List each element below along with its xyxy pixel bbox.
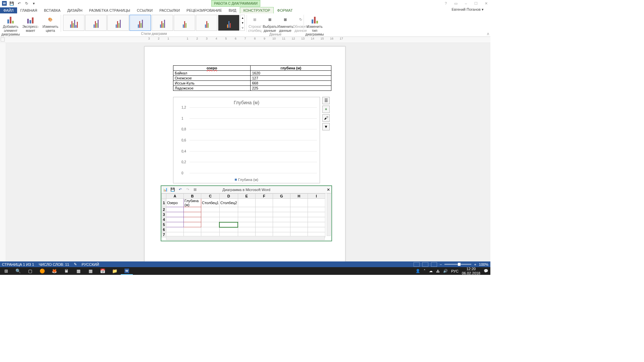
tab-constructor[interactable]: КОНСТРУКТОР	[240, 7, 274, 13]
taskbar-word-icon[interactable]: W	[121, 267, 133, 275]
ds-cell[interactable]	[308, 199, 325, 207]
ds-scrollbar-horizontal[interactable]	[166, 236, 325, 240]
ds-cell[interactable]: Озеро	[166, 199, 184, 207]
ds-save-icon[interactable]: 💾	[170, 187, 175, 192]
ds-cell[interactable]: Столбец2	[219, 199, 238, 207]
change-chart-type-button[interactable]: Изменить тип диаграммы	[305, 14, 324, 37]
ds-col-D[interactable]: D	[219, 194, 238, 199]
ds-col-C[interactable]: C	[201, 194, 220, 199]
status-words[interactable]: ЧИСЛО СЛОВ: 11	[39, 262, 69, 266]
document-page[interactable]: озероглубина (м) Байкал1620 Онежское127 …	[144, 46, 345, 265]
lakes-table[interactable]: озероглубина (м) Байкал1620 Онежское127 …	[173, 65, 331, 91]
zoom-in-icon[interactable]: +	[474, 262, 476, 266]
ds-edit-excel-icon[interactable]: ⊞	[192, 187, 198, 192]
start-button[interactable]: ⊞	[0, 267, 12, 275]
ds-cell[interactable]	[255, 199, 273, 207]
ruler-tab-selector[interactable]	[1, 38, 5, 42]
taskbar-app-icon[interactable]: ▦	[72, 267, 85, 275]
ds-col-H[interactable]: H	[290, 194, 308, 199]
chart-area[interactable]: Глубина (м) 1,2 1 0,8 0,6 0,4 0,2 0 Глуб…	[173, 97, 320, 183]
collapse-ribbon-icon[interactable]: ᐱ	[487, 33, 489, 36]
tab-review[interactable]: РЕЦЕНЗИРОВАНИЕ	[183, 7, 225, 13]
ruler-vertical[interactable]	[0, 43, 6, 265]
chart-plot-area[interactable]: 1,2 1 0,8 0,6 0,4 0,2 0	[190, 107, 317, 173]
tray-onedrive-icon[interactable]: ☁	[429, 269, 433, 273]
chart-style-1[interactable]	[63, 15, 85, 31]
qat-customize-icon[interactable]: ▾	[31, 0, 37, 6]
ds-cell[interactable]: Глубина (м)	[184, 199, 201, 207]
tray-people-icon[interactable]: 👤	[416, 269, 420, 273]
edit-data-button[interactable]: ⊞Изменить данные	[278, 14, 292, 33]
tray-volume-icon[interactable]: 🔊	[443, 269, 448, 273]
tray-notifications-icon[interactable]: 💬	[484, 269, 488, 273]
ds-select-all[interactable]	[162, 194, 166, 199]
status-proofing-icon[interactable]: ✎	[74, 262, 77, 266]
undo-icon[interactable]: ↶	[16, 0, 22, 6]
chart-data-editor[interactable]: 📊 💾 ↶ ↷ ⊞ Диаграмма в Microsoft Word ✕ A…	[161, 185, 332, 241]
chart-styles-gallery[interactable]: ▴▾▿	[62, 14, 246, 32]
tab-page-layout[interactable]: РАЗМЕТКА СТРАНИЦЫ	[86, 7, 133, 13]
tab-home[interactable]: ГЛАВНАЯ	[17, 7, 41, 13]
tab-mailings[interactable]: РАССЫЛКИ	[156, 7, 183, 13]
taskbar-calendar-icon[interactable]: 📅	[97, 267, 109, 275]
ribbon-options-icon[interactable]: ▭	[452, 0, 460, 6]
chart-title[interactable]: Глубина (м)	[173, 97, 320, 108]
ds-active-cell[interactable]	[219, 222, 238, 227]
chart-layout-options-icon[interactable]: ☰	[322, 97, 330, 104]
chart-style-5[interactable]	[152, 15, 173, 31]
tab-file[interactable]: ФАЙЛ	[0, 7, 17, 13]
add-chart-element-button[interactable]: Добавить элемент диаграммы	[1, 14, 20, 37]
ds-row-1[interactable]: 1	[162, 199, 166, 207]
chart-filters-icon[interactable]: ▼	[322, 123, 330, 130]
chart-style-6[interactable]	[174, 15, 195, 31]
tab-view[interactable]: ВИД	[225, 7, 240, 13]
chart-style-2[interactable]	[85, 15, 107, 31]
ds-scrollbar-vertical[interactable]	[327, 193, 331, 236]
chart-style-4[interactable]	[129, 15, 151, 31]
status-language[interactable]: РУССКИЙ	[82, 262, 99, 266]
ds-cell[interactable]	[273, 199, 290, 207]
taskbar-calculator-icon[interactable]: 🖩	[60, 267, 72, 275]
help-icon[interactable]: ?	[442, 0, 449, 6]
chart-elements-icon[interactable]: +	[322, 106, 330, 113]
ds-col-G[interactable]: G	[273, 194, 290, 199]
tray-network-icon[interactable]: 🖧	[436, 269, 440, 273]
taskbar-explorer-icon[interactable]: 📁	[109, 267, 121, 275]
ds-col-B[interactable]: B	[184, 194, 201, 199]
ds-undo-icon[interactable]: ↶	[177, 187, 183, 192]
ruler-horizontal[interactable]: 321 12 345 678 91011 121314 151617	[0, 37, 490, 43]
chart-style-7[interactable]	[196, 15, 217, 31]
close-icon[interactable]: ✕	[482, 0, 490, 6]
taskbar-app-icon[interactable]: ▦	[85, 267, 97, 275]
ds-redo-icon[interactable]: ↷	[185, 187, 190, 192]
select-data-button[interactable]: ⊞Выбрать данные	[263, 14, 277, 33]
status-page[interactable]: СТРАНИЦА 1 ИЗ 1	[2, 262, 34, 266]
user-account[interactable]: Евгений Поганов ▾	[452, 7, 484, 12]
ds-col-F[interactable]: F	[255, 194, 273, 199]
chart-style-3[interactable]	[107, 15, 129, 31]
zoom-out-icon[interactable]: −	[440, 262, 442, 266]
scrollbar-vertical[interactable]	[485, 43, 490, 265]
change-colors-button[interactable]: 🎨 Изменить цвета	[41, 14, 60, 33]
tab-references[interactable]: ССЫЛКИ	[133, 7, 156, 13]
redo-icon[interactable]: ↻	[23, 0, 30, 6]
tray-chevron-up-icon[interactable]: ˄	[424, 269, 426, 273]
search-icon[interactable]: 🔍	[12, 267, 24, 275]
tab-insert[interactable]: ВСТАВКА	[41, 7, 64, 13]
quick-layout-button[interactable]: Экспресс-макет	[21, 14, 40, 33]
gallery-more-button[interactable]: ▴▾▿	[240, 15, 245, 31]
view-read-mode[interactable]	[414, 262, 420, 267]
ds-cell[interactable]	[238, 199, 255, 207]
zoom-level[interactable]: 100%	[479, 262, 488, 266]
zoom-slider[interactable]	[444, 264, 471, 265]
view-print-layout[interactable]	[422, 262, 428, 267]
taskbar-firefox-icon[interactable]: 🦊	[48, 267, 60, 275]
ds-close-icon[interactable]: ✕	[327, 187, 330, 192]
chart-legend[interactable]: Глубина (м)	[235, 178, 258, 182]
maximize-icon[interactable]: ☐	[472, 0, 480, 6]
task-view-icon[interactable]: ▢	[24, 267, 36, 275]
ds-cell[interactable]: Столбец1	[201, 199, 220, 207]
ds-col-E[interactable]: E	[238, 194, 255, 199]
tray-clock[interactable]: 12:2006.02.2018	[462, 267, 480, 275]
tab-design[interactable]: ДИЗАЙН	[64, 7, 86, 13]
